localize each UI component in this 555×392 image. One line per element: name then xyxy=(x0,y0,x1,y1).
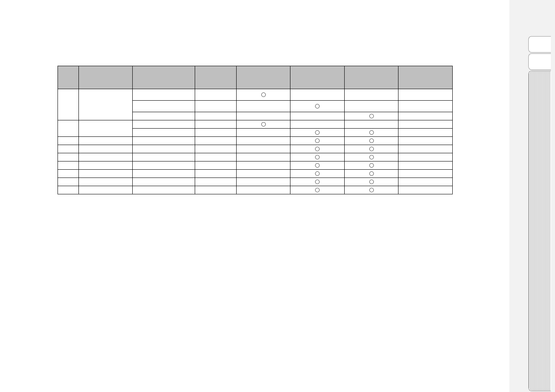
side-tab-1[interactable] xyxy=(528,53,551,70)
cell xyxy=(290,178,345,186)
side-tab-0[interactable] xyxy=(528,36,551,53)
cell xyxy=(236,120,290,129)
cell xyxy=(344,89,398,101)
cell xyxy=(195,112,236,120)
data-table xyxy=(58,66,453,194)
cell xyxy=(133,170,195,178)
cell xyxy=(78,120,133,137)
cell xyxy=(236,161,290,170)
circle-icon xyxy=(315,163,320,168)
circle-icon xyxy=(315,155,320,159)
col-header-6 xyxy=(344,66,398,89)
table-row xyxy=(58,161,453,170)
cell xyxy=(236,89,290,101)
cell xyxy=(58,178,79,186)
circle-icon xyxy=(315,130,320,135)
cell xyxy=(195,161,236,170)
cell xyxy=(133,137,195,145)
circle-icon xyxy=(261,92,266,97)
cell xyxy=(398,145,453,153)
cell xyxy=(78,137,133,145)
cell xyxy=(398,137,453,145)
cell xyxy=(290,137,345,145)
cell xyxy=(133,120,195,129)
cell xyxy=(344,170,398,178)
cell xyxy=(290,129,345,137)
cell xyxy=(195,153,236,161)
circle-icon xyxy=(369,171,374,176)
cell xyxy=(236,137,290,145)
cell xyxy=(398,178,453,186)
circle-icon xyxy=(261,122,266,127)
cell xyxy=(344,112,398,120)
cell xyxy=(78,89,133,120)
cell xyxy=(78,145,133,153)
cell xyxy=(195,178,236,186)
col-header-1 xyxy=(78,66,133,89)
cell xyxy=(133,129,195,137)
circle-icon xyxy=(315,147,320,151)
cell xyxy=(398,129,453,137)
circle-icon xyxy=(315,171,320,176)
cell xyxy=(236,170,290,178)
cell xyxy=(133,101,195,112)
circle-icon xyxy=(369,188,374,192)
cell xyxy=(290,161,345,170)
cell xyxy=(58,186,79,194)
circle-icon xyxy=(369,114,374,118)
circle-icon xyxy=(315,138,320,143)
table-row xyxy=(58,178,453,186)
table-row xyxy=(58,89,453,101)
cell xyxy=(290,120,345,129)
cell xyxy=(398,153,453,161)
cell xyxy=(133,178,195,186)
cell xyxy=(133,89,195,101)
cell xyxy=(290,112,345,120)
cell xyxy=(398,101,453,112)
cell xyxy=(344,145,398,153)
cell xyxy=(133,161,195,170)
cell xyxy=(398,170,453,178)
cell xyxy=(58,153,79,161)
table-row xyxy=(58,145,453,153)
cell xyxy=(290,89,345,101)
cell xyxy=(195,137,236,145)
circle-icon xyxy=(369,155,374,159)
sheet xyxy=(0,0,509,392)
col-header-5 xyxy=(290,66,345,89)
circle-icon xyxy=(369,180,374,184)
cell xyxy=(290,153,345,161)
side-tab-2[interactable] xyxy=(528,71,551,391)
circle-icon xyxy=(315,188,320,192)
cell xyxy=(236,129,290,137)
circle-icon xyxy=(315,180,320,184)
table-row xyxy=(58,137,453,145)
cell xyxy=(58,89,79,120)
circle-icon xyxy=(369,138,374,143)
circle-icon xyxy=(369,130,374,135)
col-header-7 xyxy=(398,66,453,89)
table-row xyxy=(58,170,453,178)
page xyxy=(0,0,555,392)
cell xyxy=(58,161,79,170)
cell xyxy=(344,161,398,170)
cell xyxy=(133,186,195,194)
cell xyxy=(78,186,133,194)
cell xyxy=(290,101,345,112)
cell xyxy=(58,170,79,178)
table-body xyxy=(58,89,453,194)
cell xyxy=(133,112,195,120)
cell xyxy=(195,101,236,112)
cell xyxy=(290,170,345,178)
cell xyxy=(195,129,236,137)
cell xyxy=(236,112,290,120)
table-row xyxy=(58,186,453,194)
col-header-2 xyxy=(133,66,195,89)
cell xyxy=(78,178,133,186)
cell xyxy=(195,145,236,153)
cell xyxy=(195,186,236,194)
circle-icon xyxy=(369,147,374,151)
cell xyxy=(344,120,398,129)
table-row xyxy=(58,153,453,161)
cell xyxy=(344,153,398,161)
